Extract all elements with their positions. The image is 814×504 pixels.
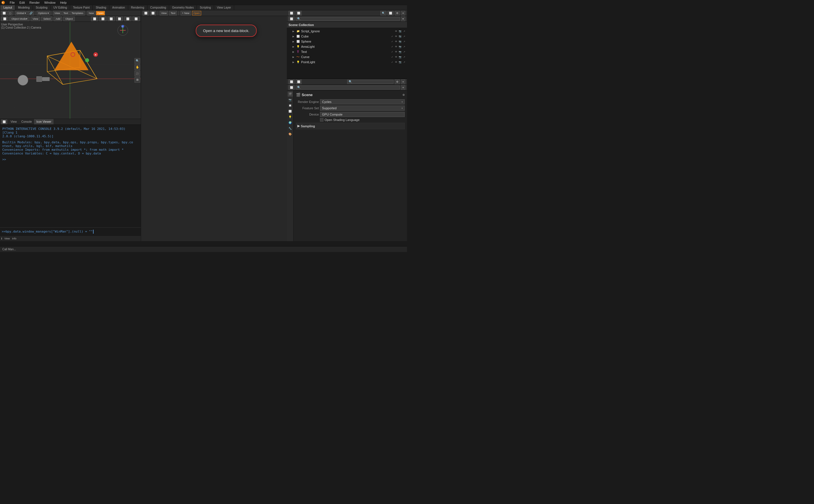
tab-texture-paint[interactable]: Texture Paint: [70, 5, 93, 10]
tab-compositing[interactable]: Compositing: [147, 5, 169, 10]
text-vis[interactable]: ✓: [390, 50, 394, 53]
arealight-eye[interactable]: 👁: [394, 45, 398, 48]
outliner-sort-btn[interactable]: ⬜: [387, 11, 393, 15]
cube-sel[interactable]: ↗: [402, 35, 406, 38]
tab-geometry-nodes[interactable]: Geometry Nodes: [169, 5, 197, 10]
prop-tab-view-layer[interactable]: 🔲: [288, 103, 293, 108]
console-tab-icon-viewer[interactable]: Icon Viewer: [34, 119, 54, 124]
menu-window[interactable]: Window: [43, 1, 57, 4]
sampling-title[interactable]: ▶ Sampling: [297, 124, 403, 128]
osl-checkbox[interactable]: [320, 118, 323, 122]
info-view-btn[interactable]: View: [4, 237, 10, 240]
viewport-3d[interactable]: Z ✕ User Perspective (1) Const Collectio…: [0, 22, 141, 119]
sphere-render[interactable]: 📷: [398, 40, 402, 43]
view-btn[interactable]: View: [53, 11, 61, 15]
prop-tab-modifier[interactable]: 🔧: [288, 126, 293, 131]
text-text-btn[interactable]: Text: [169, 11, 177, 15]
object-header-btn[interactable]: Object: [63, 17, 75, 21]
cube-render[interactable]: 📷: [398, 35, 402, 38]
outliner-display-mode[interactable]: ⬜: [288, 17, 294, 21]
pointlight-vis[interactable]: ✓: [390, 60, 394, 64]
outliner-search-input[interactable]: [296, 17, 400, 21]
zoom-tool[interactable]: 🔍: [134, 58, 140, 64]
prop-tab-particle[interactable]: 🎨: [288, 132, 293, 137]
console-tab-view[interactable]: View: [8, 119, 19, 124]
prop-search-input[interactable]: [296, 86, 400, 90]
arealight-sel[interactable]: ↗: [402, 45, 406, 48]
outliner-item-cube[interactable]: ▶ ⬜ Cube ✓ 👁 📷 ↗: [287, 34, 407, 39]
select-toggle[interactable]: ↗: [402, 29, 406, 33]
snap-btn[interactable]: 🔗: [28, 11, 34, 15]
prop-tab-output[interactable]: 📷: [288, 97, 293, 102]
prop-more-btn[interactable]: ≡: [401, 80, 405, 84]
xray-btn[interactable]: ⬜: [99, 17, 106, 21]
prop-tab-object[interactable]: 🌍: [288, 120, 293, 125]
render-toggle[interactable]: 📷: [398, 29, 402, 33]
prop-settings-btn[interactable]: ≡: [401, 85, 405, 90]
prop-outer-search[interactable]: [347, 80, 393, 84]
outliner-more-btn[interactable]: ≡: [401, 11, 405, 15]
curve-eye[interactable]: 👁: [394, 55, 398, 59]
select-header-btn[interactable]: Select: [41, 17, 52, 21]
wireframe-btn[interactable]: ⬜: [108, 17, 115, 21]
tab-scripting[interactable]: Scripting: [197, 5, 214, 10]
view-header-btn[interactable]: View: [31, 17, 40, 21]
prop-tab-render[interactable]: 🎬: [288, 92, 293, 97]
curve-vis[interactable]: ✓: [390, 55, 394, 59]
feature-set-value[interactable]: Supported ▾: [320, 106, 405, 111]
global-dropdown[interactable]: Global ▾: [15, 11, 27, 15]
cube-vis[interactable]: ✓: [390, 35, 394, 38]
text-eye[interactable]: 👁: [394, 50, 398, 53]
pointlight-eye[interactable]: 👁: [394, 60, 398, 64]
tab-layout[interactable]: Layout: [1, 5, 15, 10]
select-mode-box[interactable]: ◻: [8, 11, 13, 15]
tab-shading[interactable]: Shading: [93, 5, 109, 10]
outliner-item-curve[interactable]: ▶ 〜 Curve ✓ 👁 📷 ↗: [287, 54, 407, 59]
outliner-type-btn[interactable]: ⬜: [288, 11, 294, 15]
outliner-item-arealight[interactable]: ▶ 💡 AreaLight ✓ 👁 📷 ↗: [287, 44, 407, 49]
material-btn[interactable]: ⬜: [124, 17, 131, 21]
new-btn[interactable]: New: [87, 11, 95, 15]
info-info-btn[interactable]: Info: [12, 237, 16, 240]
outliner-item-sphere[interactable]: ▶ ⬜ Sphere ✓ 👁 📷 ↗: [287, 39, 407, 44]
curve-render[interactable]: 📷: [398, 55, 402, 59]
prop-display-btn[interactable]: ⬜: [296, 80, 302, 84]
text-btn[interactable]: Text: [62, 11, 70, 15]
prop-type-small[interactable]: ⬜: [288, 85, 294, 90]
tab-sculpting[interactable]: Sculpting: [33, 5, 51, 10]
render-engine-value[interactable]: Cycles ▾: [320, 99, 405, 104]
console-input-bar[interactable]: >> bpy.data.window_managers["WinMan"].(n…: [0, 227, 141, 235]
cube-eye[interactable]: 👁: [394, 35, 398, 38]
tab-modeling[interactable]: Modeling: [15, 5, 33, 10]
sphere-vis[interactable]: ✓: [390, 40, 394, 43]
menu-edit[interactable]: Edit: [18, 1, 26, 4]
console-content[interactable]: PYTHON INTERACTIVE CONSOLE 3.9.2 (defaul…: [0, 125, 141, 227]
templates-btn[interactable]: Templates: [70, 11, 85, 15]
solid-btn[interactable]: ⬜: [116, 17, 123, 21]
options-dropdown[interactable]: Options ▾: [37, 11, 50, 15]
sphere-sel[interactable]: ↗: [402, 40, 406, 43]
sphere-eye[interactable]: 👁: [394, 40, 398, 43]
info-icon-btn[interactable]: ℹ: [1, 237, 2, 240]
outliner-filter-btn[interactable]: 🔍: [380, 11, 386, 15]
grid-tool[interactable]: ⊞: [134, 77, 140, 83]
console-editor-type[interactable]: ⬜: [1, 120, 7, 124]
add-header-btn[interactable]: Add: [54, 17, 62, 21]
scene-settings-icon[interactable]: ⚙: [402, 94, 405, 96]
text-editor-content[interactable]: Open a new text data-block.: [141, 16, 287, 241]
osl-checkbox-container[interactable]: Open Shading Language: [320, 118, 359, 122]
text-view-btn[interactable]: View: [160, 11, 168, 15]
pointlight-render[interactable]: 📷: [398, 60, 402, 64]
arealight-vis[interactable]: ✓: [390, 45, 394, 48]
camera-tool[interactable]: 🎥: [134, 71, 140, 76]
tab-view-layer[interactable]: View Layer: [214, 5, 234, 10]
visibility-toggle[interactable]: 👁: [394, 29, 398, 33]
menu-help[interactable]: Help: [59, 1, 68, 4]
outliner-display-btn[interactable]: ⬜: [296, 11, 302, 15]
device-value[interactable]: GPU Compute: [320, 112, 405, 117]
text-render[interactable]: 📷: [398, 50, 402, 53]
outliner-item-pointlight[interactable]: ▶ 💡 PointLight ✓ 👁 📷 ↗: [287, 59, 407, 65]
new-text-btn[interactable]: + New: [181, 11, 191, 15]
outliner-filter-mode[interactable]: ▾: [401, 17, 405, 21]
pan-tool[interactable]: ✋: [134, 64, 140, 70]
